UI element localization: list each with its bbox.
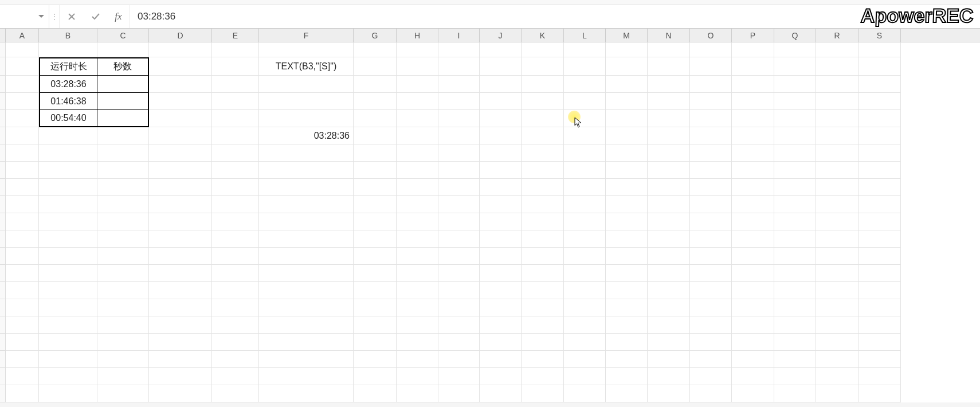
cell-Q20[interactable] bbox=[774, 368, 816, 385]
cell-C3[interactable] bbox=[97, 76, 149, 93]
cell-G19[interactable] bbox=[354, 351, 397, 368]
cell-S8[interactable] bbox=[859, 162, 901, 179]
cell-I7[interactable] bbox=[438, 144, 480, 162]
column-header-M[interactable]: M bbox=[606, 29, 648, 42]
cell-S16[interactable] bbox=[859, 299, 901, 316]
cell-P15[interactable] bbox=[732, 282, 774, 299]
cell-D8[interactable] bbox=[149, 162, 212, 179]
cell-N7[interactable] bbox=[648, 144, 690, 162]
cell-S18[interactable] bbox=[859, 334, 901, 351]
cell-M17[interactable] bbox=[606, 316, 648, 334]
cell-C4[interactable] bbox=[97, 93, 149, 110]
cell-O18[interactable] bbox=[690, 334, 732, 351]
cell-Q2[interactable] bbox=[774, 57, 816, 76]
cell-D3[interactable] bbox=[149, 76, 212, 93]
cell-J11[interactable] bbox=[480, 213, 522, 230]
cell-A20[interactable] bbox=[6, 368, 39, 385]
cell-P9[interactable] bbox=[732, 179, 774, 196]
cell-S5[interactable] bbox=[859, 110, 901, 127]
column-header-P[interactable]: P bbox=[732, 29, 774, 42]
cell-N18[interactable] bbox=[648, 334, 690, 351]
cell-K7[interactable] bbox=[522, 144, 564, 162]
cell-O10[interactable] bbox=[690, 196, 732, 213]
cell-I3[interactable] bbox=[438, 76, 480, 93]
cell-L4[interactable] bbox=[564, 93, 606, 110]
cell-P20[interactable] bbox=[732, 368, 774, 385]
cell-Q18[interactable] bbox=[774, 334, 816, 351]
cell-G21[interactable] bbox=[354, 385, 397, 402]
cell-C1[interactable] bbox=[97, 42, 149, 57]
cell-K16[interactable] bbox=[522, 299, 564, 316]
cell-H21[interactable] bbox=[397, 385, 438, 402]
cell-L21[interactable] bbox=[564, 385, 606, 402]
cell-G1[interactable] bbox=[354, 42, 397, 57]
cell-A10[interactable] bbox=[6, 196, 39, 213]
cell-J19[interactable] bbox=[480, 351, 522, 368]
cell-G17[interactable] bbox=[354, 316, 397, 334]
cell-C7[interactable] bbox=[97, 144, 149, 162]
cell-B21[interactable] bbox=[39, 385, 97, 402]
cell-A7[interactable] bbox=[6, 144, 39, 162]
cell-Q17[interactable] bbox=[774, 316, 816, 334]
cell-B4[interactable]: 01:46:38 bbox=[39, 93, 97, 110]
cell-O19[interactable] bbox=[690, 351, 732, 368]
cell-F13[interactable] bbox=[259, 248, 354, 265]
cell-L2[interactable] bbox=[564, 57, 606, 76]
cell-L3[interactable] bbox=[564, 76, 606, 93]
cell-Q8[interactable] bbox=[774, 162, 816, 179]
cell-E17[interactable] bbox=[212, 316, 259, 334]
cell-E13[interactable] bbox=[212, 248, 259, 265]
cell-N13[interactable] bbox=[648, 248, 690, 265]
cell-K6[interactable] bbox=[522, 127, 564, 144]
cell-G4[interactable] bbox=[354, 93, 397, 110]
cell-G6[interactable] bbox=[354, 127, 397, 144]
cell-R2[interactable] bbox=[816, 57, 859, 76]
cell-Q6[interactable] bbox=[774, 127, 816, 144]
cell-J16[interactable] bbox=[480, 299, 522, 316]
cell-D20[interactable] bbox=[149, 368, 212, 385]
cell-L20[interactable] bbox=[564, 368, 606, 385]
cell-N9[interactable] bbox=[648, 179, 690, 196]
cell-D6[interactable] bbox=[149, 127, 212, 144]
cell-J9[interactable] bbox=[480, 179, 522, 196]
cell-B12[interactable] bbox=[39, 230, 97, 248]
cell-F5[interactable] bbox=[259, 110, 354, 127]
cell-O5[interactable] bbox=[690, 110, 732, 127]
cell-M12[interactable] bbox=[606, 230, 648, 248]
cell-J2[interactable] bbox=[480, 57, 522, 76]
cell-G18[interactable] bbox=[354, 334, 397, 351]
cell-K1[interactable] bbox=[522, 42, 564, 57]
cell-P18[interactable] bbox=[732, 334, 774, 351]
cell-R21[interactable] bbox=[816, 385, 859, 402]
cell-P8[interactable] bbox=[732, 162, 774, 179]
cell-S13[interactable] bbox=[859, 248, 901, 265]
cell-E9[interactable] bbox=[212, 179, 259, 196]
cell-F6[interactable]: 03:28:36 bbox=[259, 127, 354, 144]
cell-B3[interactable]: 03:28:36 bbox=[39, 76, 97, 93]
cell-K17[interactable] bbox=[522, 316, 564, 334]
cell-H1[interactable] bbox=[397, 42, 438, 57]
cell-O20[interactable] bbox=[690, 368, 732, 385]
cell-C12[interactable] bbox=[97, 230, 149, 248]
cell-R5[interactable] bbox=[816, 110, 859, 127]
cell-E4[interactable] bbox=[212, 93, 259, 110]
cell-E20[interactable] bbox=[212, 368, 259, 385]
cell-L10[interactable] bbox=[564, 196, 606, 213]
cell-N5[interactable] bbox=[648, 110, 690, 127]
cell-P5[interactable] bbox=[732, 110, 774, 127]
column-header-K[interactable]: K bbox=[522, 29, 564, 42]
cell-I15[interactable] bbox=[438, 282, 480, 299]
cell-E7[interactable] bbox=[212, 144, 259, 162]
cell-N19[interactable] bbox=[648, 351, 690, 368]
cell-H7[interactable] bbox=[397, 144, 438, 162]
column-header-E[interactable]: E bbox=[212, 29, 259, 42]
cell-A2[interactable] bbox=[6, 57, 39, 76]
cell-F3[interactable] bbox=[259, 76, 354, 93]
cell-C16[interactable] bbox=[97, 299, 149, 316]
cell-B7[interactable] bbox=[39, 144, 97, 162]
cell-A6[interactable] bbox=[6, 127, 39, 144]
cell-M4[interactable] bbox=[606, 93, 648, 110]
cell-H13[interactable] bbox=[397, 248, 438, 265]
cell-C10[interactable] bbox=[97, 196, 149, 213]
cell-S15[interactable] bbox=[859, 282, 901, 299]
